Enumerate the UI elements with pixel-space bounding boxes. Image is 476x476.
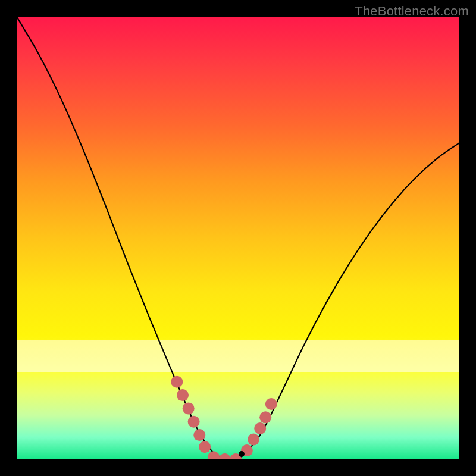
outer-frame: TheBottleneck.com bbox=[0, 0, 476, 476]
marker-dot bbox=[208, 451, 220, 459]
plot-area bbox=[17, 17, 459, 459]
chart-svg bbox=[17, 17, 459, 459]
marker-dot bbox=[265, 398, 277, 410]
marker-dot bbox=[188, 416, 200, 428]
marker-dot bbox=[171, 376, 183, 388]
marker-dot bbox=[183, 402, 195, 414]
marker-layer bbox=[171, 376, 277, 459]
black-dot-marker bbox=[239, 451, 245, 457]
marker-dot bbox=[219, 453, 231, 459]
marker-dot bbox=[199, 441, 211, 453]
marker-dot bbox=[254, 422, 266, 434]
marker-dot bbox=[177, 389, 189, 401]
marker-dot bbox=[193, 429, 205, 441]
marker-dot bbox=[259, 411, 271, 423]
black-curve bbox=[17, 17, 459, 459]
marker-dot bbox=[248, 434, 259, 446]
watermark-text: TheBottleneck.com bbox=[355, 4, 469, 19]
